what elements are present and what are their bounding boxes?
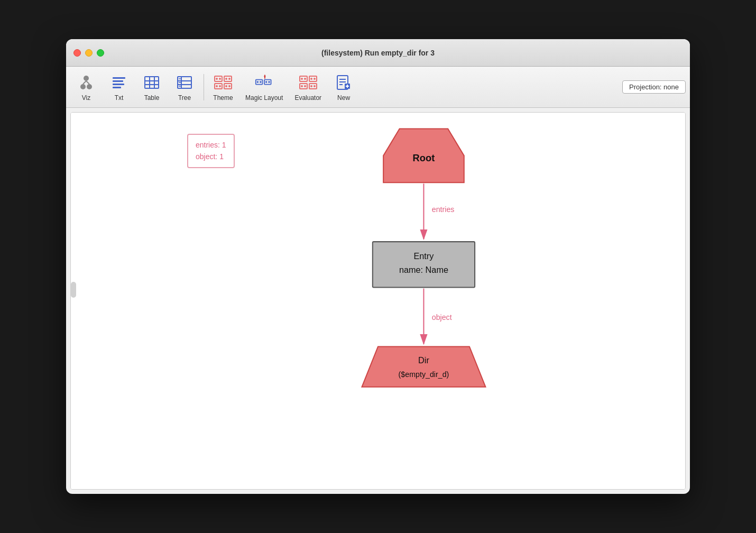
evaluator-label: Evaluator bbox=[294, 94, 321, 102]
svg-point-48 bbox=[301, 85, 303, 87]
svg-point-45 bbox=[310, 78, 312, 80]
dir-line2: ($empty_dir_d) bbox=[399, 370, 449, 379]
svg-point-31 bbox=[225, 85, 227, 87]
viz-button[interactable]: Viz bbox=[70, 69, 102, 105]
table-icon bbox=[142, 73, 161, 92]
svg-point-34 bbox=[256, 81, 259, 83]
svg-point-23 bbox=[219, 78, 221, 80]
txt-icon bbox=[109, 73, 128, 92]
maximize-button[interactable] bbox=[97, 49, 104, 57]
svg-point-43 bbox=[304, 78, 306, 80]
evaluator-button[interactable]: Evaluator bbox=[289, 69, 327, 105]
close-button[interactable] bbox=[73, 49, 81, 57]
toolbar-divider-1 bbox=[204, 74, 204, 100]
evaluator-icon bbox=[299, 73, 318, 92]
minimize-button[interactable] bbox=[85, 49, 93, 57]
titlebar: (filesystem) Run empty_dir for 3 bbox=[66, 39, 690, 67]
svg-point-26 bbox=[228, 78, 231, 80]
magic-layout-label: Magic Layout bbox=[245, 94, 283, 102]
svg-point-22 bbox=[216, 78, 218, 80]
svg-point-42 bbox=[301, 78, 303, 80]
viz-icon bbox=[77, 73, 96, 92]
svg-line-3 bbox=[83, 81, 86, 84]
svg-point-38 bbox=[268, 81, 270, 83]
svg-rect-6 bbox=[113, 80, 123, 82]
tree-button[interactable]: Tree bbox=[169, 69, 200, 105]
traffic-lights bbox=[73, 49, 104, 57]
svg-point-28 bbox=[216, 85, 218, 87]
window-title: (filesystem) Run empty_dir for 3 bbox=[321, 49, 435, 57]
main-content: entries: 1 object: 1 Root entries Entry … bbox=[70, 112, 686, 490]
svg-line-4 bbox=[86, 81, 89, 84]
dir-line1: Dir bbox=[418, 355, 429, 365]
txt-button[interactable]: Txt bbox=[103, 69, 135, 105]
toolbar: Viz Txt bbox=[66, 67, 690, 108]
svg-rect-9 bbox=[145, 77, 159, 88]
svg-point-52 bbox=[314, 85, 316, 87]
svg-point-49 bbox=[304, 85, 306, 87]
entry-line2: name: Name bbox=[399, 265, 448, 274]
new-label: New bbox=[337, 94, 350, 102]
theme-label: Theme bbox=[213, 94, 233, 102]
new-icon bbox=[334, 73, 353, 92]
info-line2: object: 1 bbox=[196, 151, 226, 162]
entries-label: entries bbox=[432, 205, 455, 214]
entry-line1: Entry bbox=[413, 251, 434, 261]
theme-icon bbox=[214, 73, 233, 92]
svg-rect-5 bbox=[113, 77, 125, 79]
svg-point-32 bbox=[228, 85, 231, 87]
magic-layout-button[interactable]: Magic Layout bbox=[240, 69, 288, 105]
svg-rect-7 bbox=[113, 84, 124, 85]
svg-point-35 bbox=[260, 81, 262, 83]
svg-point-37 bbox=[265, 81, 267, 83]
tree-icon bbox=[175, 73, 194, 92]
svg-point-2 bbox=[84, 76, 89, 81]
svg-point-0 bbox=[80, 84, 86, 89]
root-node-label: Root bbox=[413, 152, 435, 163]
theme-button[interactable]: Theme bbox=[207, 69, 239, 105]
new-button[interactable]: New bbox=[328, 69, 359, 105]
svg-rect-8 bbox=[113, 87, 121, 88]
dir-node-shape[interactable] bbox=[362, 346, 485, 387]
tree-label: Tree bbox=[178, 94, 191, 102]
diagram-canvas[interactable]: entries: 1 object: 1 Root entries Entry … bbox=[71, 113, 685, 489]
projection-badge[interactable]: Projection: none bbox=[622, 80, 686, 94]
table-button[interactable]: Table bbox=[136, 69, 168, 105]
magic-layout-icon bbox=[255, 73, 274, 92]
svg-point-29 bbox=[219, 85, 221, 87]
diagram-svg: Root entries Entry name: Name object Dir… bbox=[71, 113, 685, 489]
app-window: (filesystem) Run empty_dir for 3 Viz bbox=[66, 39, 690, 494]
info-line1: entries: 1 bbox=[196, 139, 226, 151]
svg-point-51 bbox=[310, 85, 312, 87]
info-box: entries: 1 object: 1 bbox=[187, 134, 235, 168]
scrollbar[interactable] bbox=[71, 282, 76, 298]
object-label: object bbox=[432, 313, 452, 321]
viz-label: Viz bbox=[82, 94, 90, 102]
table-label: Table bbox=[144, 94, 160, 102]
svg-point-1 bbox=[87, 84, 92, 89]
svg-point-25 bbox=[225, 78, 227, 80]
svg-point-46 bbox=[314, 78, 316, 80]
txt-label: Txt bbox=[115, 94, 124, 102]
